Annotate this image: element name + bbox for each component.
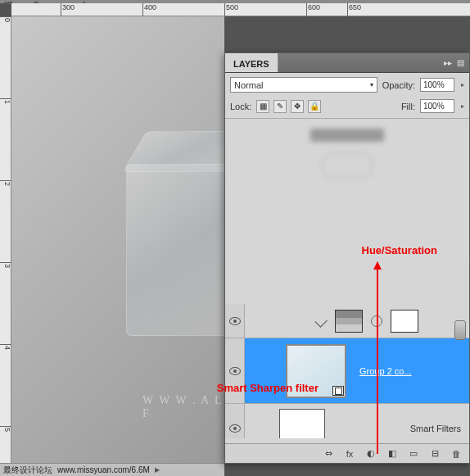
visibility-eye-icon[interactable] [229, 424, 241, 433]
fill-caret-icon[interactable]: ▸ [461, 102, 464, 110]
layer-mask-icon[interactable]: ◐ [364, 448, 377, 460]
clip-indicator-icon [314, 315, 328, 328]
annotation-arrow [377, 262, 378, 454]
ruler-tick: 5 [0, 426, 11, 432]
watermark-text: W W W . A L F [142, 394, 224, 420]
annotation-smart-sharpen: Smart Sharpen filter [217, 382, 319, 394]
layer-fx-icon[interactable]: fx [343, 448, 356, 460]
hue-saturation-thumbnail[interactable] [335, 310, 363, 333]
ice-cube-artwork [126, 131, 224, 352]
lock-transparency-icon[interactable]: ▦ [256, 100, 269, 113]
canvas[interactable]: W W W . A L F [11, 16, 224, 463]
chevron-down-icon: ▾ [370, 81, 373, 88]
panel-menu-icon[interactable]: ▤ [457, 58, 464, 67]
new-layer-icon[interactable]: ⊟ [428, 448, 441, 460]
ruler-tick: 0 [0, 16, 11, 22]
panel-collapse-icon[interactable]: ▸▸ [444, 58, 452, 67]
ruler-tick: 650 [347, 3, 361, 16]
scrollbar-thumb[interactable] [454, 320, 466, 340]
link-layers-icon[interactable]: ⇔ [322, 448, 335, 460]
ruler-vertical[interactable]: 0 1 2 3 4 5 [0, 16, 11, 476]
layer-name[interactable]: Group 2 co... [359, 366, 412, 376]
layers-tab[interactable]: LAYERS [225, 53, 278, 72]
ruler-tick: 400 [142, 3, 156, 16]
status-doc: www.missyuan.com/6.6M [57, 465, 150, 474]
trash-icon[interactable]: 🗑 [450, 448, 463, 460]
smart-object-badge-icon [332, 386, 344, 396]
opacity-label: Opacity: [382, 80, 415, 90]
ruler-tick: 4 [0, 344, 11, 350]
opacity-input[interactable]: 100% [420, 78, 454, 92]
fill-label: Fill: [401, 102, 415, 111]
visibility-eye-icon[interactable] [229, 317, 241, 325]
status-bar: 最终设计论坛 www.missyuan.com/6.6M ▶ [0, 463, 224, 476]
lock-position-icon[interactable]: ✥ [291, 100, 304, 113]
blend-mode-value: Normal [234, 80, 263, 90]
smart-filters-label: Smart Filters [410, 424, 461, 433]
lock-label: Lock: [230, 102, 251, 111]
ruler-tick: 1 [0, 98, 11, 104]
status-caret-icon[interactable]: ▶ [155, 466, 160, 474]
panel-header[interactable]: LAYERS ▸▸ ▤ [225, 53, 469, 73]
ruler-tick: 2 [0, 180, 11, 186]
adjustment-layer-row[interactable] [225, 304, 469, 338]
ruler-tick: 600 [306, 3, 320, 16]
smart-filters-row[interactable]: Smart Filters [225, 404, 469, 438]
layer-mask-thumbnail[interactable] [391, 310, 418, 333]
adjustment-layer-icon[interactable]: ◧ [386, 448, 399, 460]
visibility-eye-icon[interactable] [229, 367, 241, 375]
ruler-tick: 500 [224, 3, 238, 16]
filter-mask-thumbnail[interactable] [279, 409, 325, 439]
lock-all-icon[interactable]: 🔒 [308, 100, 321, 113]
fill-input[interactable]: 100% [420, 99, 454, 113]
ruler-horizontal[interactable]: 300 400 500 600 650 [11, 3, 470, 16]
status-left: 最终设计论坛 [3, 465, 52, 476]
layers-panel: LAYERS ▸▸ ▤ Normal ▾ Opacity: 100% ▸ Loc… [224, 52, 470, 464]
lock-pixels-icon[interactable]: ✎ [273, 100, 287, 113]
document-title-bar: (Group 2 copy ..., ...) [0, 0, 470, 3]
selected-layer-row[interactable]: Group 2 co... [225, 338, 469, 404]
opacity-caret-icon[interactable]: ▸ [461, 81, 464, 88]
ruler-tick: 3 [0, 262, 11, 268]
annotation-hue-saturation: Hue/Saturation [362, 244, 437, 256]
ruler-tick: 300 [61, 3, 75, 16]
new-group-icon[interactable]: ▭ [407, 448, 420, 460]
panel-footer: ⇔ fx ◐ ◧ ▭ ⊟ 🗑 [225, 443, 469, 463]
blend-mode-select[interactable]: Normal ▾ [230, 77, 377, 93]
